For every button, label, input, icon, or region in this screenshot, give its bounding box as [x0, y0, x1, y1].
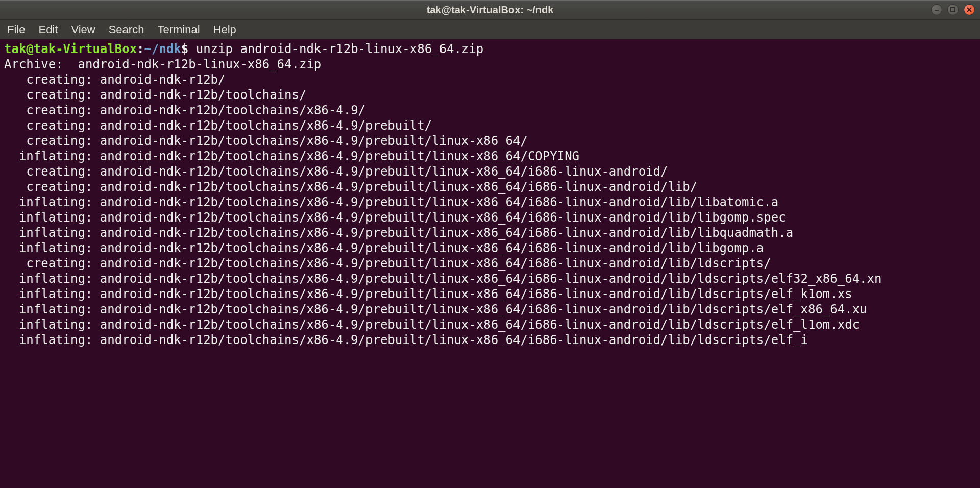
terminal-output-line: inflating: android-ndk-r12b/toolchains/x… [4, 194, 976, 210]
terminal-output-line: creating: android-ndk-r12b/toolchains/x8… [4, 103, 976, 118]
terminal-output-line: inflating: android-ndk-r12b/toolchains/x… [4, 317, 976, 332]
menu-view[interactable]: View [71, 23, 95, 36]
menu-help[interactable]: Help [213, 23, 236, 36]
terminal-output-line: inflating: android-ndk-r12b/toolchains/x… [4, 225, 976, 240]
terminal-output-line: inflating: android-ndk-r12b/toolchains/x… [4, 210, 976, 225]
menu-search[interactable]: Search [109, 23, 144, 36]
prompt-user-host: tak@tak-VirtualBox [4, 42, 137, 56]
terminal-output-line: Archive: android-ndk-r12b-linux-x86_64.z… [4, 57, 976, 72]
menu-file[interactable]: File [7, 23, 25, 36]
close-button[interactable] [964, 4, 975, 15]
close-icon [967, 7, 972, 12]
terminal-output-line: creating: android-ndk-r12b/toolchains/x8… [4, 118, 976, 133]
minimize-button[interactable] [931, 4, 942, 15]
terminal-area[interactable]: tak@tak-VirtualBox:~/ndk$ unzip android-… [0, 39, 980, 488]
menubar: File Edit View Search Terminal Help [0, 20, 980, 39]
terminal-output-line: creating: android-ndk-r12b/toolchains/x8… [4, 256, 976, 271]
terminal-output-line: inflating: android-ndk-r12b/toolchains/x… [4, 149, 976, 164]
prompt-path: ~/ndk [144, 42, 181, 56]
prompt-colon: : [137, 42, 144, 56]
prompt-dollar: $ [181, 42, 188, 56]
minimize-icon [934, 7, 939, 12]
menu-terminal[interactable]: Terminal [157, 23, 200, 36]
terminal-output-line: creating: android-ndk-r12b/toolchains/x8… [4, 133, 976, 149]
maximize-icon [950, 7, 955, 12]
terminal-output-line: inflating: android-ndk-r12b/toolchains/x… [4, 240, 976, 256]
menu-edit[interactable]: Edit [38, 23, 58, 36]
titlebar[interactable]: tak@tak-VirtualBox: ~/ndk [0, 1, 980, 20]
command-text: unzip android-ndk-r12b-linux-x86_64.zip [188, 42, 483, 56]
terminal-output-line: creating: android-ndk-r12b/toolchains/x8… [4, 164, 976, 179]
maximize-button[interactable] [947, 4, 959, 15]
window-title: tak@tak-VirtualBox: ~/ndk [427, 4, 554, 16]
terminal-output-line: inflating: android-ndk-r12b/toolchains/x… [4, 332, 976, 348]
terminal-output-line: creating: android-ndk-r12b/toolchains/x8… [4, 179, 976, 194]
terminal-output-line: creating: android-ndk-r12b/toolchains/ [4, 87, 976, 103]
terminal-output-line: inflating: android-ndk-r12b/toolchains/x… [4, 286, 976, 302]
window-controls [931, 4, 975, 15]
terminal-output-line: inflating: android-ndk-r12b/toolchains/x… [4, 302, 976, 317]
terminal-window: tak@tak-VirtualBox: ~/ndk File Edit View… [0, 0, 980, 488]
terminal-output-line: inflating: android-ndk-r12b/toolchains/x… [4, 271, 976, 286]
terminal-output-line: creating: android-ndk-r12b/ [4, 72, 976, 87]
svg-rect-1 [951, 8, 955, 12]
